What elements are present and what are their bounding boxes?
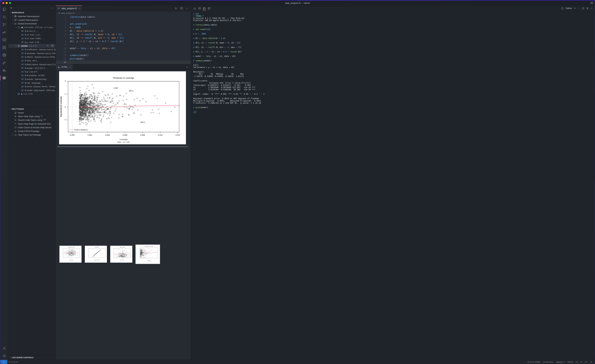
open-viewer-icon[interactable] [51, 44, 55, 48]
svg-text:0.002: 0.002 [87, 134, 92, 136]
close-plot-tab-icon[interactable] [69, 66, 71, 68]
vscode-window: data_analysis.R — rdemo R R WORKSPACE At… [0, 1, 298, 182]
plot-horizontal-scrollbar[interactable] [57, 146, 188, 147]
svg-text:2: 2 [64, 94, 66, 95]
tree-item[interactable]: $ y : num -3.33 ... [8, 40, 56, 44]
output-icon[interactable] [207, 6, 211, 10]
svg-text:-2: -2 [64, 119, 66, 121]
svg-text:0.010: 0.010 [158, 134, 163, 136]
help-item[interactable]: Install CRAN Package [8, 129, 56, 133]
code-line-11: 11 [56, 50, 191, 54]
r-plot-canvas: Residuals vs Leverage0.0000.0020.0040.00… [59, 71, 186, 144]
tree-item[interactable]: $ residuals : Named num [1:1000... [8, 51, 56, 55]
zoom-window-button[interactable] [9, 2, 11, 4]
plot-more-actions-icon[interactable] [186, 66, 188, 68]
debug-console-icon[interactable] [197, 6, 201, 10]
tree-item[interactable]: $ x1: num -1.12 ... [8, 33, 56, 36]
more-actions-icon[interactable] [186, 7, 188, 10]
tree-item[interactable]: $ x2: num -0.681 ... [8, 37, 56, 40]
tab-data-analysis[interactable]: R data_analysis.R [56, 6, 82, 11]
breadcrumb[interactable]: R data_analysis.R ... [56, 11, 191, 15]
split-editor-icon[interactable] [180, 7, 183, 10]
svg-text:abc: abc [14, 123, 16, 124]
svg-text:Standardized residuals: Standardized residuals [60, 96, 62, 117]
tree-item[interactable]: $ call : language ... [8, 81, 56, 85]
svg-text:Cook's distance: Cook's distance [74, 129, 88, 131]
run-file-icon[interactable] [175, 7, 177, 10]
close-icon[interactable] [46, 44, 50, 48]
tree-item[interactable]: Loaded Namespaces [8, 18, 56, 22]
help-item[interactable]: Search Help Topics using `??` [8, 118, 56, 122]
tab-r-plot[interactable]: R Plot [56, 64, 73, 70]
terminal-header: Python [191, 6, 298, 11]
code-line-13: 13plot(model) [56, 57, 191, 61]
activity-github[interactable] [0, 51, 8, 59]
r-file-icon: R [58, 7, 60, 10]
code-line-12: 12summary(model) [56, 54, 191, 57]
activity-docker[interactable] [0, 67, 8, 74]
svg-text:0.000: 0.000 [70, 134, 75, 136]
activity-live-share[interactable] [0, 59, 8, 67]
help-item[interactable]: Open Help Topic using `?` [8, 114, 56, 118]
code-editor[interactable]: 1library(data.table)23set.seed(123)4n ← … [56, 15, 191, 64]
terminal-output[interactable]: > q() → rdemo r R version 4.1.3 (2022-03… [191, 11, 298, 182]
svg-text:0.004: 0.004 [105, 134, 110, 136]
window-controls [2, 1, 11, 5]
code-line-3: 3set.seed(123) [56, 22, 191, 26]
close-tab-icon[interactable] [78, 7, 80, 9]
svg-text:R: R [59, 13, 60, 14]
tree-item[interactable]: $ terms :Classes 'terms', 'formul... [8, 85, 56, 88]
activity-source-control[interactable] [0, 21, 8, 28]
close-window-button[interactable] [2, 2, 4, 4]
activity-explorer[interactable] [0, 6, 8, 13]
code-line-5: 5dt ← data.table(id = 1:n) [56, 29, 191, 33]
plot-thumbnails: Residuals vs FittedFitted valueslm(y ~ x… [59, 149, 189, 182]
svg-text:265: 265 [129, 90, 132, 92]
tree-item-dt[interactable]: dtdata.table: 1000 obs. of 4 varia... [8, 26, 56, 29]
activity-run-debug[interactable] [0, 28, 8, 36]
activity-r[interactable]: R [0, 74, 8, 82]
tree-item[interactable]: $ effects : Named num [1:1000] -... [8, 55, 56, 59]
terminal-icon[interactable] [202, 6, 206, 10]
tree-item[interactable]: $ model :'data.frame': 1000 obs. ... [8, 88, 56, 92]
section-help-pages[interactable]: HELP PAGES [8, 107, 56, 111]
workspace-tree: Attached NamespacesLoaded NamespacesGlob… [8, 14, 56, 96]
tree-item[interactable]: Attached Namespaces [8, 14, 56, 18]
sidebar-more-actions-icon[interactable] [51, 7, 53, 9]
editor-column: R data_analysis.R R data_analysis.R ... … [56, 6, 191, 182]
svg-text:0.006: 0.006 [123, 134, 127, 136]
tree-item[interactable]: $ coefficients : Named num [1:3]... [8, 48, 56, 51]
tree-item[interactable]: $ rank : int 3 [8, 59, 56, 63]
problems-icon[interactable] [193, 6, 197, 10]
plot-tab-bar: R Plot [56, 64, 191, 70]
help-item[interactable]: Clear Cache & Restart Help Server [8, 126, 56, 129]
activity-extensions[interactable] [0, 44, 8, 51]
svg-text:0.008: 0.008 [140, 134, 145, 136]
svg-text:0.012: 0.012 [176, 134, 180, 136]
tree-item[interactable]: $ xlevels : Named list() [8, 77, 56, 81]
activity-remote-explorer[interactable] [0, 36, 8, 44]
activity-search[interactable] [0, 13, 8, 21]
tree-item-n[interactable]: nnum 1000 [8, 92, 56, 96]
svg-text:867: 867 [115, 87, 118, 89]
tree-item-model[interactable]: modelList of 12 [8, 44, 56, 48]
residuals-vs-leverage-plot: Residuals vs Leverage0.0000.0020.0040.00… [59, 71, 186, 144]
tree-item[interactable]: $ assign : int [1:3] 0 1 ... [8, 66, 56, 70]
chevron-right-icon [76, 12, 77, 14]
svg-text:Residuals vs Leverage: Residuals vs Leverage [113, 77, 134, 79]
minimize-window-button[interactable] [6, 2, 8, 4]
tree-item[interactable]: $ id: int 1 2 ... [8, 29, 56, 33]
titlebar: data_analysis.R — rdemo [0, 1, 298, 6]
section-workspace[interactable]: WORKSPACE [8, 11, 56, 14]
help-item[interactable]: Home [8, 111, 56, 114]
help-item[interactable]: abcOpen Help Page for Selected Text [8, 122, 56, 126]
plot-panel: R Plot Residuals vs Leverage0.0000.0020.… [56, 64, 191, 182]
help-item[interactable]: Help Topics by Package [8, 133, 56, 137]
tree-item[interactable]: $ qr :List of 5 [8, 70, 56, 73]
terminal-panel: Python > q() → rdemo r R version 4.1.3 (… [191, 6, 298, 182]
code-line-1: 1library(data.table) [56, 15, 191, 19]
tree-item[interactable]: $ fitted.values: Named num [1:10... [8, 63, 56, 66]
chart-icon [58, 66, 60, 68]
tree-item[interactable]: Global Environment [8, 22, 56, 26]
tree-item[interactable]: $ df.residual : int 997 [8, 74, 56, 77]
